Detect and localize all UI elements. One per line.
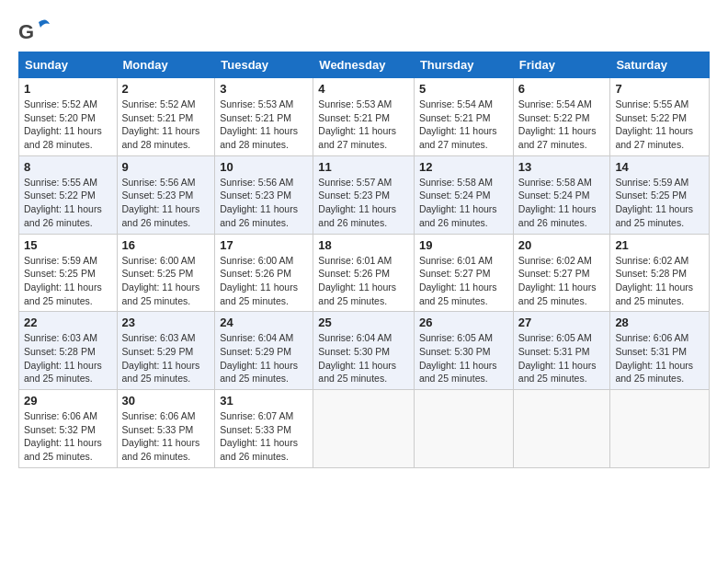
col-thursday: Thursday xyxy=(414,52,513,78)
day-info: Sunrise: 5:56 AMSunset: 5:23 PMDaylight:… xyxy=(122,176,210,230)
calendar-cell: 13Sunrise: 5:58 AMSunset: 5:24 PMDayligh… xyxy=(513,155,610,234)
calendar-cell xyxy=(610,390,710,468)
logo: G xyxy=(18,15,53,48)
day-number: 17 xyxy=(220,238,308,252)
day-info: Sunrise: 5:58 AMSunset: 5:24 PMDaylight:… xyxy=(419,176,508,230)
day-info: Sunrise: 6:03 AMSunset: 5:29 PMDaylight:… xyxy=(122,331,210,385)
col-saturday: Saturday xyxy=(610,52,710,78)
calendar-cell: 17Sunrise: 6:00 AMSunset: 5:26 PMDayligh… xyxy=(215,234,313,312)
day-number: 4 xyxy=(318,82,409,96)
day-info: Sunrise: 5:58 AMSunset: 5:24 PMDaylight:… xyxy=(518,176,606,230)
col-friday: Friday xyxy=(513,52,610,78)
day-number: 6 xyxy=(518,82,606,96)
day-info: Sunrise: 6:06 AMSunset: 5:31 PMDaylight:… xyxy=(615,331,704,385)
day-number: 27 xyxy=(518,316,606,329)
day-number: 15 xyxy=(24,238,112,252)
day-info: Sunrise: 6:03 AMSunset: 5:28 PMDaylight:… xyxy=(24,331,112,385)
day-number: 31 xyxy=(220,394,308,408)
calendar-cell: 18Sunrise: 6:01 AMSunset: 5:26 PMDayligh… xyxy=(313,234,415,312)
day-number: 29 xyxy=(24,394,112,408)
day-info: Sunrise: 5:53 AMSunset: 5:21 PMDaylight:… xyxy=(318,98,409,152)
day-number: 16 xyxy=(122,238,210,252)
day-info: Sunrise: 6:06 AMSunset: 5:32 PMDaylight:… xyxy=(24,409,112,464)
day-info: Sunrise: 6:05 AMSunset: 5:30 PMDaylight:… xyxy=(419,331,508,385)
day-info: Sunrise: 6:06 AMSunset: 5:33 PMDaylight:… xyxy=(122,409,210,464)
page-container: G Sunday Monday xyxy=(18,15,710,468)
calendar-cell: 14Sunrise: 5:59 AMSunset: 5:25 PMDayligh… xyxy=(610,155,710,234)
calendar-cell: 22Sunrise: 6:03 AMSunset: 5:28 PMDayligh… xyxy=(19,312,118,390)
calendar-week-row: 15Sunrise: 5:59 AMSunset: 5:25 PMDayligh… xyxy=(19,234,710,312)
col-wednesday: Wednesday xyxy=(313,52,415,78)
calendar-cell: 23Sunrise: 6:03 AMSunset: 5:29 PMDayligh… xyxy=(117,312,215,390)
day-number: 14 xyxy=(615,160,704,174)
calendar-cell: 11Sunrise: 5:57 AMSunset: 5:23 PMDayligh… xyxy=(313,155,415,234)
day-info: Sunrise: 6:07 AMSunset: 5:33 PMDaylight:… xyxy=(220,409,308,464)
calendar-cell xyxy=(313,390,415,468)
calendar-cell: 30Sunrise: 6:06 AMSunset: 5:33 PMDayligh… xyxy=(117,390,215,468)
calendar-cell: 2Sunrise: 5:52 AMSunset: 5:21 PMDaylight… xyxy=(117,78,215,156)
calendar-cell: 5Sunrise: 5:54 AMSunset: 5:21 PMDaylight… xyxy=(414,78,513,156)
day-info: Sunrise: 6:00 AMSunset: 5:25 PMDaylight:… xyxy=(122,254,210,308)
calendar-cell: 20Sunrise: 6:02 AMSunset: 5:27 PMDayligh… xyxy=(513,234,610,312)
day-info: Sunrise: 5:54 AMSunset: 5:22 PMDaylight:… xyxy=(518,98,606,152)
day-info: Sunrise: 6:01 AMSunset: 5:27 PMDaylight:… xyxy=(419,254,508,308)
day-number: 8 xyxy=(24,160,112,174)
day-info: Sunrise: 6:00 AMSunset: 5:26 PMDaylight:… xyxy=(220,254,308,308)
calendar-cell: 28Sunrise: 6:06 AMSunset: 5:31 PMDayligh… xyxy=(610,312,710,390)
day-number: 26 xyxy=(419,316,508,329)
calendar-cell: 16Sunrise: 6:00 AMSunset: 5:25 PMDayligh… xyxy=(117,234,215,312)
calendar-cell: 21Sunrise: 6:02 AMSunset: 5:28 PMDayligh… xyxy=(610,234,710,312)
calendar-cell: 25Sunrise: 6:04 AMSunset: 5:30 PMDayligh… xyxy=(313,312,415,390)
day-info: Sunrise: 5:59 AMSunset: 5:25 PMDaylight:… xyxy=(24,254,112,308)
calendar-cell: 26Sunrise: 6:05 AMSunset: 5:30 PMDayligh… xyxy=(414,312,513,390)
day-number: 30 xyxy=(122,394,210,408)
day-info: Sunrise: 5:53 AMSunset: 5:21 PMDaylight:… xyxy=(220,98,308,152)
day-number: 22 xyxy=(24,316,112,329)
calendar-cell: 6Sunrise: 5:54 AMSunset: 5:22 PMDaylight… xyxy=(513,78,610,156)
day-info: Sunrise: 6:02 AMSunset: 5:28 PMDaylight:… xyxy=(615,254,704,308)
calendar-cell: 10Sunrise: 5:56 AMSunset: 5:23 PMDayligh… xyxy=(215,155,313,234)
day-info: Sunrise: 5:55 AMSunset: 5:22 PMDaylight:… xyxy=(24,176,112,230)
day-info: Sunrise: 6:04 AMSunset: 5:30 PMDaylight:… xyxy=(318,331,409,385)
calendar-cell: 1Sunrise: 5:52 AMSunset: 5:20 PMDaylight… xyxy=(19,78,118,156)
calendar-week-row: 1Sunrise: 5:52 AMSunset: 5:20 PMDaylight… xyxy=(19,78,710,156)
calendar-header-row: Sunday Monday Tuesday Wednesday Thursday… xyxy=(19,52,710,78)
header: G xyxy=(18,15,710,48)
calendar-cell: 31Sunrise: 6:07 AMSunset: 5:33 PMDayligh… xyxy=(215,390,313,468)
day-info: Sunrise: 6:01 AMSunset: 5:26 PMDaylight:… xyxy=(318,254,409,308)
calendar-cell: 7Sunrise: 5:55 AMSunset: 5:22 PMDaylight… xyxy=(610,78,710,156)
svg-text:G: G xyxy=(18,20,34,43)
day-number: 9 xyxy=(122,160,210,174)
calendar-cell: 19Sunrise: 6:01 AMSunset: 5:27 PMDayligh… xyxy=(414,234,513,312)
day-info: Sunrise: 6:05 AMSunset: 5:31 PMDaylight:… xyxy=(518,331,606,385)
day-info: Sunrise: 6:04 AMSunset: 5:29 PMDaylight:… xyxy=(220,331,308,385)
day-number: 1 xyxy=(24,82,112,96)
day-info: Sunrise: 5:52 AMSunset: 5:21 PMDaylight:… xyxy=(122,98,210,152)
day-info: Sunrise: 5:59 AMSunset: 5:25 PMDaylight:… xyxy=(615,176,704,230)
day-number: 12 xyxy=(419,160,508,174)
day-info: Sunrise: 5:52 AMSunset: 5:20 PMDaylight:… xyxy=(24,98,112,152)
calendar-week-row: 29Sunrise: 6:06 AMSunset: 5:32 PMDayligh… xyxy=(19,390,710,468)
day-number: 5 xyxy=(419,82,508,96)
day-number: 18 xyxy=(318,238,409,252)
day-number: 10 xyxy=(220,160,308,174)
day-number: 19 xyxy=(419,238,508,252)
calendar-cell: 9Sunrise: 5:56 AMSunset: 5:23 PMDaylight… xyxy=(117,155,215,234)
calendar-week-row: 22Sunrise: 6:03 AMSunset: 5:28 PMDayligh… xyxy=(19,312,710,390)
col-monday: Monday xyxy=(117,52,215,78)
day-info: Sunrise: 5:55 AMSunset: 5:22 PMDaylight:… xyxy=(615,98,704,152)
logo-icon: G xyxy=(18,15,51,48)
calendar-cell: 15Sunrise: 5:59 AMSunset: 5:25 PMDayligh… xyxy=(19,234,118,312)
calendar-cell: 29Sunrise: 6:06 AMSunset: 5:32 PMDayligh… xyxy=(19,390,118,468)
col-tuesday: Tuesday xyxy=(215,52,313,78)
calendar-cell: 12Sunrise: 5:58 AMSunset: 5:24 PMDayligh… xyxy=(414,155,513,234)
day-number: 13 xyxy=(518,160,606,174)
calendar-cell xyxy=(513,390,610,468)
calendar-week-row: 8Sunrise: 5:55 AMSunset: 5:22 PMDaylight… xyxy=(19,155,710,234)
day-number: 2 xyxy=(122,82,210,96)
calendar-cell: 8Sunrise: 5:55 AMSunset: 5:22 PMDaylight… xyxy=(19,155,118,234)
logo-wrapper: G xyxy=(18,15,53,48)
day-number: 21 xyxy=(615,238,704,252)
day-info: Sunrise: 5:54 AMSunset: 5:21 PMDaylight:… xyxy=(419,98,508,152)
calendar-cell: 4Sunrise: 5:53 AMSunset: 5:21 PMDaylight… xyxy=(313,78,415,156)
